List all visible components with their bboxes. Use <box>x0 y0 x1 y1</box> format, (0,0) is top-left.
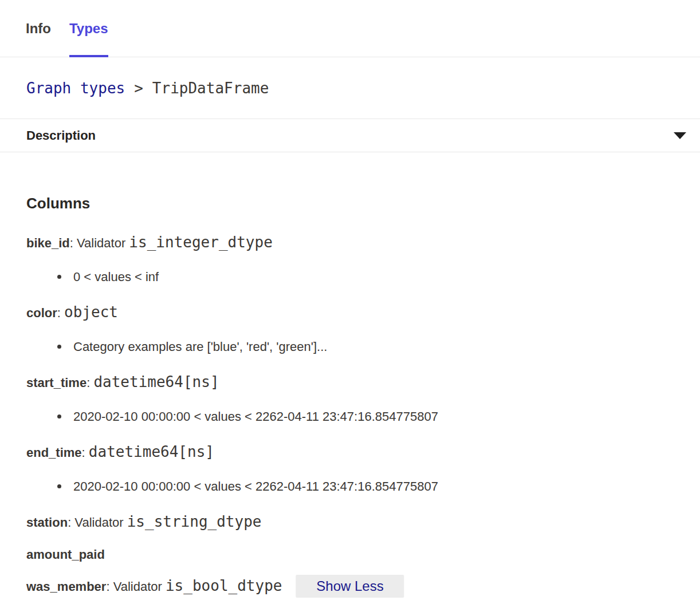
breadcrumb-separator: > <box>134 80 143 97</box>
column-definition-station: station: Validator is_string_dtype <box>26 514 674 531</box>
columns-heading: Columns <box>26 194 674 213</box>
breadcrumb-current-page: TripDataFrame <box>152 80 269 97</box>
breadcrumb: Graph types > TripDataFrame <box>0 57 700 119</box>
tab-bar: Info Types <box>0 0 700 57</box>
column-dtype-code: datetime64[ns] <box>93 373 219 390</box>
column-colon: : <box>68 515 74 530</box>
tab-types-label: Types <box>69 21 108 37</box>
tab-info[interactable]: Info <box>26 0 51 57</box>
column-name: amount_paid <box>26 547 105 562</box>
column-name: end_time <box>26 445 82 460</box>
tab-info-label: Info <box>26 21 51 37</box>
column-dtype-code: datetime64[ns] <box>89 443 214 460</box>
column-name: station <box>26 515 68 530</box>
column-name: start_time <box>26 376 86 390</box>
column-dtype-code: object <box>64 303 118 321</box>
column-colon: : <box>57 306 64 320</box>
column-definition-start-time: start_time: datetime64[ns] <box>26 374 674 392</box>
column-definition-end-time: end_time: datetime64[ns] <box>26 444 674 461</box>
column-name: color <box>26 306 57 320</box>
constraint-item: 2020-02-10 00:00:00 < values < 2262-04-1… <box>26 408 674 425</box>
column-definition-color: color: object <box>26 305 674 322</box>
show-less-button[interactable]: Show Less <box>296 575 404 598</box>
column-constraints-color: Category examples are ['blue', 'red', 'g… <box>26 338 674 356</box>
column-colon: : <box>86 376 93 390</box>
column-validator-label: Validator <box>113 579 166 594</box>
column-constraints-end-time: 2020-02-10 00:00:00 < values < 2262-04-1… <box>26 478 674 495</box>
tab-types[interactable]: Types <box>69 0 108 57</box>
column-dtype-code: is_bool_dtype <box>166 577 282 594</box>
column-validator-label: Validator <box>77 236 129 250</box>
column-definition-bike-id: bike_id: Validator is_integer_dtype <box>26 235 674 252</box>
column-dtype-code: is_string_dtype <box>127 513 262 530</box>
description-label: Description <box>26 128 96 143</box>
column-colon: : <box>82 445 89 460</box>
constraint-item: 2020-02-10 00:00:00 < values < 2262-04-1… <box>26 478 674 495</box>
column-name: bike_id <box>26 236 70 250</box>
columns-section: Columns bike_id: Validator is_integer_dt… <box>0 152 700 595</box>
column-name: was_member <box>26 579 106 594</box>
column-dtype-code: is_integer_dtype <box>129 234 272 251</box>
column-constraints-start-time: 2020-02-10 00:00:00 < values < 2262-04-1… <box>26 408 674 425</box>
column-validator-label: Validator <box>74 515 127 530</box>
breadcrumb-link-graph-types[interactable]: Graph types <box>26 80 125 97</box>
constraint-item: Category examples are ['blue', 'red', 'g… <box>26 338 674 356</box>
column-colon: : <box>106 579 113 594</box>
column-colon: : <box>70 236 77 250</box>
column-constraints-bike-id: 0 < values < inf <box>26 269 674 286</box>
caret-down-icon[interactable] <box>674 132 686 139</box>
constraint-item: 0 < values < inf <box>26 269 674 286</box>
column-definition-amount-paid: amount_paid <box>26 546 674 563</box>
description-section-header[interactable]: Description <box>0 119 700 152</box>
